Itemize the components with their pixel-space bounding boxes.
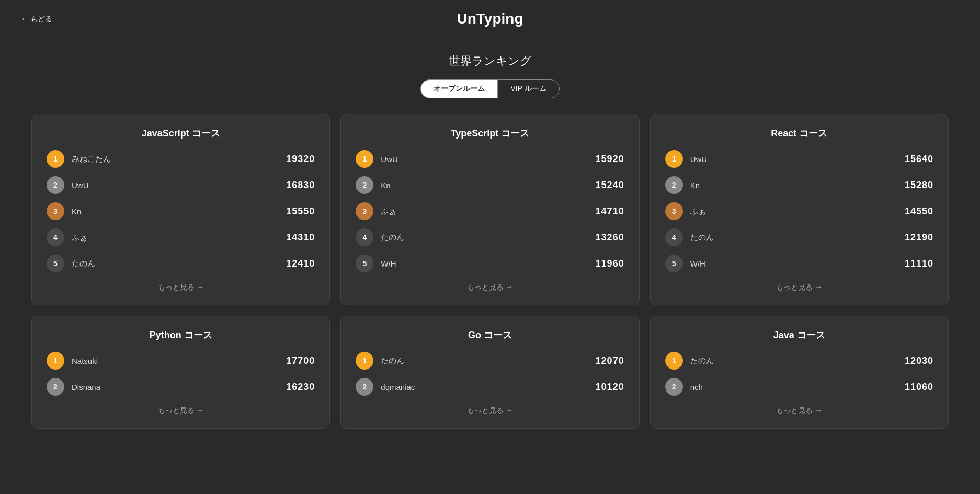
rank-row: 3ふぁ14710 [356, 202, 624, 220]
rank-badge: 5 [356, 255, 373, 272]
rank-name: UwU [72, 181, 286, 190]
rank-score: 16230 [286, 382, 315, 393]
rank-name: Kn [72, 207, 286, 216]
rank-score: 12030 [905, 355, 933, 366]
rank-badge: 3 [47, 202, 64, 220]
rank-badge: 4 [356, 228, 373, 246]
tab-open-room[interactable]: オープンルーム [420, 79, 497, 98]
rank-row: 2UwU16830 [47, 176, 315, 194]
back-link[interactable]: ← もどる [21, 15, 52, 24]
rank-row: 2nch11060 [665, 378, 933, 396]
rank-badge: 1 [665, 150, 683, 168]
rank-name: UwU [690, 155, 905, 164]
rank-row: 2Kn15240 [356, 176, 624, 194]
rank-badge: 3 [356, 202, 373, 220]
rank-row: 1たのん12070 [356, 352, 624, 370]
rank-name: nch [690, 383, 905, 392]
card-title: Go コース [356, 329, 624, 341]
card-title: React コース [665, 127, 933, 140]
rank-name: たのん [690, 356, 905, 366]
rank-row: 5たのん12410 [47, 255, 315, 272]
rank-row: 2Disnana16230 [47, 378, 315, 396]
tab-group: オープンルーム VIP ルーム [0, 79, 980, 98]
rank-row: 1みねこたん19320 [47, 150, 315, 168]
rank-row: 1たのん12030 [665, 352, 933, 370]
rank-score: 15640 [905, 154, 933, 165]
ranking-card: TypeScript コース1UwU159202Kn152403ふぁ147104… [340, 114, 639, 305]
ranking-card: React コース1UwU156402Kn152803ふぁ145504たのん12… [650, 114, 949, 305]
rank-score: 16830 [286, 180, 315, 191]
rank-score: 15920 [596, 154, 624, 165]
rank-name: ふぁ [690, 206, 905, 216]
rank-score: 12190 [905, 232, 933, 243]
ranking-card: Go コース1たのん120702dqmaniac10120もっと見る → [340, 316, 639, 429]
more-link[interactable]: もっと見る → [665, 406, 933, 416]
rank-row: 4ふぁ14310 [47, 228, 315, 246]
rank-badge: 4 [665, 228, 683, 246]
rank-name: ふぁ [72, 233, 286, 243]
rank-score: 13260 [596, 232, 624, 243]
rank-score: 19320 [286, 154, 315, 165]
rankings-grid: JavaScript コース1みねこたん193202UwU168303Kn155… [0, 114, 980, 429]
page-title: 世界ランキング [0, 53, 980, 69]
rank-row: 4たのん13260 [356, 228, 624, 246]
rank-name: UwU [381, 155, 595, 164]
rank-name: たのん [381, 233, 595, 243]
rank-badge: 1 [356, 352, 373, 370]
rank-name: Kn [690, 181, 905, 190]
more-link[interactable]: もっと見る → [665, 283, 933, 292]
rank-name: みねこたん [72, 154, 286, 164]
rank-score: 11960 [596, 258, 624, 269]
rank-badge: 5 [665, 255, 683, 272]
rank-score: 15280 [905, 180, 933, 191]
rank-name: たのん [381, 356, 595, 366]
rank-score: 14710 [596, 206, 624, 217]
ranking-card: Python コース1Natsuki177002Disnana16230もっと見… [31, 316, 330, 429]
card-title: JavaScript コース [47, 127, 315, 140]
rank-name: W/H [381, 259, 595, 268]
header: ← もどる UnTyping [0, 0, 980, 38]
app-title: UnTyping [457, 10, 523, 27]
rank-badge: 2 [356, 378, 373, 396]
rank-name: たのん [72, 259, 286, 269]
rank-badge: 2 [665, 378, 683, 396]
rank-score: 14310 [286, 232, 315, 243]
rank-badge: 2 [47, 378, 64, 396]
more-link[interactable]: もっと見る → [47, 283, 315, 292]
rank-name: dqmaniac [381, 383, 595, 392]
rank-score: 15240 [596, 180, 624, 191]
tab-vip-room[interactable]: VIP ルーム [497, 79, 559, 98]
card-title: Java コース [665, 329, 933, 341]
rank-badge: 1 [665, 352, 683, 370]
ranking-card: Java コース1たのん120302nch11060もっと見る → [650, 316, 949, 429]
rank-name: Kn [381, 181, 595, 190]
rank-row: 4たのん12190 [665, 228, 933, 246]
rank-badge: 1 [356, 150, 373, 168]
rank-badge: 1 [47, 352, 64, 370]
rank-badge: 5 [47, 255, 64, 272]
rank-badge: 4 [47, 228, 64, 246]
rank-score: 12410 [286, 258, 315, 269]
rank-row: 5W/H11960 [356, 255, 624, 272]
more-link[interactable]: もっと見る → [356, 283, 624, 292]
rank-badge: 2 [356, 176, 373, 194]
rank-score: 17700 [286, 355, 315, 366]
rank-score: 11060 [905, 382, 933, 393]
rank-row: 2dqmaniac10120 [356, 378, 624, 396]
card-title: TypeScript コース [356, 127, 624, 140]
rank-row: 3ふぁ14550 [665, 202, 933, 220]
more-link[interactable]: もっと見る → [47, 406, 315, 416]
rank-badge: 3 [665, 202, 683, 220]
rank-score: 10120 [596, 382, 624, 393]
rank-row: 1Natsuki17700 [47, 352, 315, 370]
rank-row: 5W/H11110 [665, 255, 933, 272]
ranking-card: JavaScript コース1みねこたん193202UwU168303Kn155… [31, 114, 330, 305]
rank-name: ふぁ [381, 206, 595, 216]
rank-row: 3Kn15550 [47, 202, 315, 220]
rank-row: 1UwU15920 [356, 150, 624, 168]
more-link[interactable]: もっと見る → [356, 406, 624, 416]
rank-score: 12070 [596, 355, 624, 366]
rank-row: 2Kn15280 [665, 176, 933, 194]
rank-badge: 1 [47, 150, 64, 168]
rank-score: 14550 [905, 206, 933, 217]
